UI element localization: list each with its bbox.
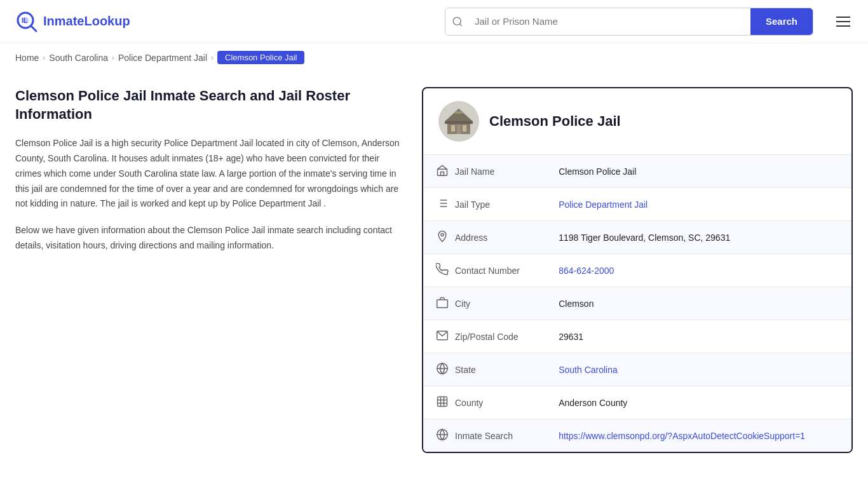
breadcrumb-type[interactable]: Police Department Jail — [118, 53, 207, 63]
field-label: Contact Number — [455, 266, 520, 276]
table-row: Jail Name Clemson Police Jail — [423, 155, 851, 188]
info-table: Jail Name Clemson Police Jail Jail Type … — [423, 155, 851, 452]
hamburger-menu[interactable] — [834, 14, 853, 29]
svg-marker-8 — [445, 109, 473, 121]
field-label: Jail Name — [455, 166, 494, 177]
svg-rect-10 — [457, 125, 461, 134]
label-cell: State — [423, 353, 546, 386]
table-row: State South Carolina — [423, 353, 851, 386]
search-input[interactable] — [470, 8, 750, 35]
breadcrumb-sep-3: › — [211, 53, 214, 62]
hamburger-line-3 — [836, 25, 850, 27]
card-title: Clemson Police Jail — [489, 113, 621, 130]
info-card: Clemson Police Jail Jail Name Clemson Po… — [422, 87, 853, 453]
table-row: Zip/Postal Code 29631 — [423, 320, 851, 353]
field-label: Address — [455, 233, 487, 243]
table-row: Inmate Search https://www.clemsonpd.org/… — [423, 419, 851, 452]
left-content: Clemson Police Jail Inmate Search and Ja… — [15, 87, 422, 453]
svg-rect-28 — [438, 397, 447, 407]
svg-line-5 — [459, 24, 461, 25]
location-icon — [436, 230, 449, 245]
svg-rect-15 — [441, 172, 444, 176]
value-cell: Clemson Police Jail — [546, 155, 851, 188]
building-icon — [436, 164, 449, 179]
table-row: Address 1198 Tiger Boulevard, Clemson, S… — [423, 221, 851, 254]
svg-rect-9 — [451, 125, 455, 132]
field-label: County — [455, 398, 483, 408]
description-1: Clemson Police Jail is a high security P… — [15, 136, 407, 212]
value-cell: Clemson — [546, 287, 851, 320]
table-row: County Anderson County — [423, 386, 851, 419]
city-icon — [436, 296, 449, 311]
breadcrumb-current: Clemson Police Jail — [217, 51, 304, 64]
label-cell: Contact Number — [423, 254, 546, 287]
value-cell: 1198 Tiger Boulevard, Clemson, SC, 29631 — [546, 221, 851, 254]
field-link[interactable]: South Carolina — [559, 365, 618, 375]
svg-point-4 — [453, 17, 461, 25]
value-cell[interactable]: 864-624-2000 — [546, 254, 851, 287]
search-icon — [445, 16, 470, 27]
svg-rect-14 — [438, 169, 447, 175]
field-label: Jail Type — [455, 200, 490, 210]
label-cell: Inmate Search — [423, 419, 546, 452]
search-bar: Search — [445, 8, 813, 36]
table-row: City Clemson — [423, 287, 851, 320]
hamburger-line-2 — [836, 21, 850, 22]
logo-link[interactable]: IL InmateLookup — [15, 10, 130, 33]
breadcrumb-state[interactable]: South Carolina — [49, 53, 108, 63]
breadcrumb-sep-2: › — [112, 53, 114, 62]
field-label: City — [455, 299, 470, 309]
svg-rect-11 — [463, 125, 466, 132]
logo-icon: IL — [15, 10, 38, 33]
table-row: Contact Number 864-624-2000 — [423, 254, 851, 287]
svg-text:IL: IL — [22, 17, 28, 24]
courthouse-icon — [442, 105, 475, 138]
field-label: Inmate Search — [455, 431, 513, 441]
svg-point-22 — [441, 233, 444, 236]
field-link[interactable]: Police Department Jail — [559, 200, 648, 210]
hamburger-line-1 — [836, 17, 850, 18]
breadcrumb: Home › South Carolina › Police Departmen… — [0, 43, 868, 72]
label-cell: Zip/Postal Code — [423, 320, 546, 353]
field-label: State — [455, 365, 476, 375]
value-cell[interactable]: Police Department Jail — [546, 188, 851, 221]
list-icon — [436, 197, 449, 212]
breadcrumb-home[interactable]: Home — [15, 53, 39, 63]
svg-rect-23 — [437, 300, 448, 308]
label-cell: City — [423, 287, 546, 320]
value-cell: Anderson County — [546, 386, 851, 419]
phone-icon — [436, 263, 449, 278]
breadcrumb-sep-1: › — [43, 53, 45, 62]
svg-line-1 — [31, 26, 36, 31]
svg-rect-7 — [445, 121, 473, 124]
description-2: Below we have given information about th… — [15, 223, 407, 254]
label-cell: Jail Type — [423, 188, 546, 221]
svg-rect-12 — [455, 111, 463, 114]
search-globe-icon — [436, 428, 449, 443]
label-cell: Address — [423, 221, 546, 254]
main-layout: Clemson Police Jail Inmate Search and Ja… — [0, 72, 868, 478]
label-cell: Jail Name — [423, 155, 546, 188]
county-icon — [436, 395, 449, 410]
value-cell[interactable]: https://www.clemsonpd.org/?AspxAutoDetec… — [546, 419, 851, 452]
value-cell: 29631 — [546, 320, 851, 353]
jail-avatar — [438, 101, 479, 142]
header: IL InmateLookup Search — [0, 0, 868, 43]
search-button[interactable]: Search — [750, 8, 813, 35]
logo-text: InmateLookup — [43, 14, 130, 29]
card-header: Clemson Police Jail — [423, 88, 851, 155]
field-link[interactable]: 864-624-2000 — [559, 266, 614, 276]
field-link[interactable]: https://www.clemsonpd.org/?AspxAutoDetec… — [559, 431, 805, 441]
table-row: Jail Type Police Department Jail — [423, 188, 851, 221]
field-label: Zip/Postal Code — [455, 332, 519, 342]
mail-icon — [436, 329, 449, 344]
page-title: Clemson Police Jail Inmate Search and Ja… — [15, 87, 407, 123]
label-cell: County — [423, 386, 546, 419]
globe-icon — [436, 362, 449, 377]
value-cell[interactable]: South Carolina — [546, 353, 851, 386]
